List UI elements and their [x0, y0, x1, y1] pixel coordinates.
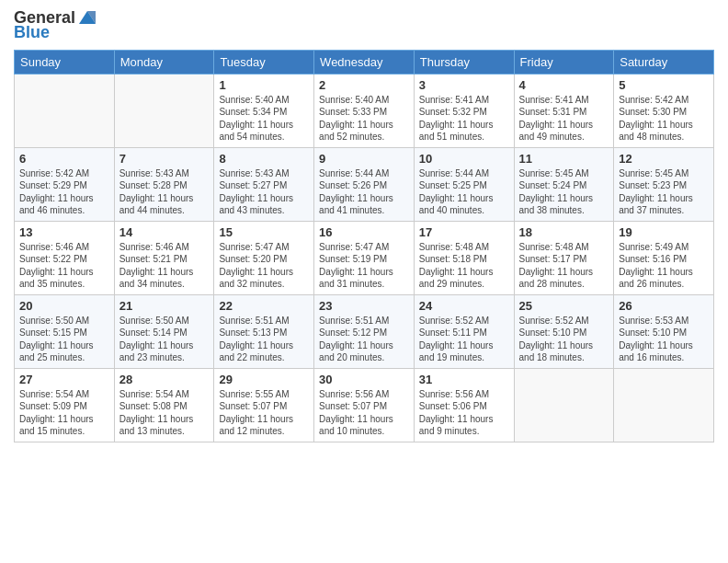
- day-info: Sunrise: 5:51 AMSunset: 5:12 PMDaylight:…: [319, 315, 409, 364]
- logo-icon: [77, 7, 97, 28]
- day-number: 13: [19, 225, 109, 239]
- day-info: Sunrise: 5:44 AMSunset: 5:26 PMDaylight:…: [319, 167, 409, 217]
- day-info: Sunrise: 5:48 AMSunset: 5:18 PMDaylight:…: [419, 241, 509, 291]
- day-number: 24: [419, 299, 509, 313]
- day-info: Sunrise: 5:48 AMSunset: 5:17 PMDaylight:…: [519, 241, 609, 291]
- day-info: Sunrise: 5:40 AMSunset: 5:33 PMDaylight:…: [319, 94, 409, 144]
- calendar-cell: 29Sunrise: 5:55 AMSunset: 5:07 PMDayligh…: [214, 368, 314, 442]
- header: General Blue: [14, 9, 714, 42]
- calendar-week-3: 13Sunrise: 5:46 AMSunset: 5:22 PMDayligh…: [15, 221, 714, 294]
- day-info: Sunrise: 5:42 AMSunset: 5:29 PMDaylight:…: [19, 167, 109, 217]
- day-info: Sunrise: 5:45 AMSunset: 5:24 PMDaylight:…: [519, 167, 609, 217]
- day-info: Sunrise: 5:41 AMSunset: 5:31 PMDaylight:…: [519, 94, 609, 144]
- calendar-week-5: 27Sunrise: 5:54 AMSunset: 5:09 PMDayligh…: [15, 368, 714, 442]
- day-info: Sunrise: 5:54 AMSunset: 5:08 PMDaylight:…: [119, 388, 210, 438]
- calendar-cell: 15Sunrise: 5:47 AMSunset: 5:20 PMDayligh…: [214, 221, 314, 294]
- day-number: 3: [419, 78, 509, 92]
- day-number: 4: [519, 78, 609, 92]
- calendar-cell: 23Sunrise: 5:51 AMSunset: 5:12 PMDayligh…: [314, 294, 415, 368]
- day-number: 28: [119, 373, 210, 386]
- calendar-cell: 3Sunrise: 5:41 AMSunset: 5:32 PMDaylight…: [414, 74, 514, 147]
- calendar-cell: 9Sunrise: 5:44 AMSunset: 5:26 PMDaylight…: [314, 147, 415, 221]
- day-info: Sunrise: 5:56 AMSunset: 5:07 PMDaylight:…: [319, 388, 409, 438]
- day-info: Sunrise: 5:47 AMSunset: 5:19 PMDaylight:…: [319, 241, 409, 291]
- calendar-week-2: 6Sunrise: 5:42 AMSunset: 5:29 PMDaylight…: [15, 147, 714, 221]
- weekday-header-wednesday: Wednesday: [314, 50, 415, 74]
- weekday-header-friday: Friday: [514, 50, 614, 74]
- calendar-cell: 6Sunrise: 5:42 AMSunset: 5:29 PMDaylight…: [15, 147, 115, 221]
- day-number: 23: [319, 299, 409, 313]
- calendar-header-row: SundayMondayTuesdayWednesdayThursdayFrid…: [15, 50, 714, 74]
- day-number: 5: [619, 78, 709, 92]
- weekday-header-tuesday: Tuesday: [214, 50, 314, 74]
- day-number: 22: [219, 299, 309, 313]
- day-number: 1: [219, 78, 309, 92]
- calendar-cell: 8Sunrise: 5:43 AMSunset: 5:27 PMDaylight…: [214, 147, 314, 221]
- logo-blue: Blue: [14, 24, 50, 42]
- day-info: Sunrise: 5:45 AMSunset: 5:23 PMDaylight:…: [619, 167, 709, 217]
- calendar-cell: [114, 74, 214, 147]
- day-info: Sunrise: 5:51 AMSunset: 5:13 PMDaylight:…: [219, 315, 309, 364]
- calendar-cell: [514, 368, 614, 442]
- day-number: 8: [219, 152, 309, 166]
- weekday-header-saturday: Saturday: [614, 50, 714, 74]
- calendar-cell: 17Sunrise: 5:48 AMSunset: 5:18 PMDayligh…: [414, 221, 514, 294]
- day-info: Sunrise: 5:42 AMSunset: 5:30 PMDaylight:…: [619, 94, 709, 144]
- calendar-cell: 18Sunrise: 5:48 AMSunset: 5:17 PMDayligh…: [514, 221, 614, 294]
- calendar-cell: 30Sunrise: 5:56 AMSunset: 5:07 PMDayligh…: [314, 368, 415, 442]
- calendar-cell: 13Sunrise: 5:46 AMSunset: 5:22 PMDayligh…: [15, 221, 115, 294]
- day-info: Sunrise: 5:54 AMSunset: 5:09 PMDaylight:…: [19, 388, 109, 438]
- day-number: 2: [319, 78, 409, 92]
- day-number: 25: [519, 299, 609, 313]
- weekday-header-monday: Monday: [114, 50, 214, 74]
- calendar-cell: 14Sunrise: 5:46 AMSunset: 5:21 PMDayligh…: [114, 221, 214, 294]
- day-info: Sunrise: 5:52 AMSunset: 5:10 PMDaylight:…: [519, 315, 609, 364]
- day-number: 29: [219, 373, 309, 386]
- day-info: Sunrise: 5:46 AMSunset: 5:22 PMDaylight:…: [19, 241, 109, 291]
- calendar-table: SundayMondayTuesdayWednesdayThursdayFrid…: [14, 50, 714, 442]
- calendar-cell: 19Sunrise: 5:49 AMSunset: 5:16 PMDayligh…: [614, 221, 714, 294]
- day-info: Sunrise: 5:46 AMSunset: 5:21 PMDaylight:…: [119, 241, 210, 291]
- calendar-cell: [15, 74, 115, 147]
- calendar-cell: 24Sunrise: 5:52 AMSunset: 5:11 PMDayligh…: [414, 294, 514, 368]
- day-number: 16: [319, 225, 409, 239]
- calendar-cell: 28Sunrise: 5:54 AMSunset: 5:08 PMDayligh…: [114, 368, 214, 442]
- logo: General Blue: [14, 9, 97, 42]
- day-info: Sunrise: 5:49 AMSunset: 5:16 PMDaylight:…: [619, 241, 709, 291]
- calendar-cell: 16Sunrise: 5:47 AMSunset: 5:19 PMDayligh…: [314, 221, 415, 294]
- calendar-cell: 1Sunrise: 5:40 AMSunset: 5:34 PMDaylight…: [214, 74, 314, 147]
- day-number: 31: [419, 373, 509, 386]
- calendar-cell: 12Sunrise: 5:45 AMSunset: 5:23 PMDayligh…: [614, 147, 714, 221]
- day-info: Sunrise: 5:50 AMSunset: 5:15 PMDaylight:…: [19, 315, 109, 364]
- calendar-cell: 26Sunrise: 5:53 AMSunset: 5:10 PMDayligh…: [614, 294, 714, 368]
- day-info: Sunrise: 5:41 AMSunset: 5:32 PMDaylight:…: [419, 94, 509, 144]
- day-info: Sunrise: 5:50 AMSunset: 5:14 PMDaylight:…: [119, 315, 210, 364]
- day-number: 6: [19, 152, 109, 166]
- calendar-cell: 22Sunrise: 5:51 AMSunset: 5:13 PMDayligh…: [214, 294, 314, 368]
- day-info: Sunrise: 5:44 AMSunset: 5:25 PMDaylight:…: [419, 167, 509, 217]
- day-number: 26: [619, 299, 709, 313]
- page: General Blue SundayMondayTuesdayWednesda…: [0, 0, 728, 563]
- day-info: Sunrise: 5:40 AMSunset: 5:34 PMDaylight:…: [219, 94, 309, 144]
- calendar-week-1: 1Sunrise: 5:40 AMSunset: 5:34 PMDaylight…: [15, 74, 714, 147]
- calendar-cell: 25Sunrise: 5:52 AMSunset: 5:10 PMDayligh…: [514, 294, 614, 368]
- day-info: Sunrise: 5:47 AMSunset: 5:20 PMDaylight:…: [219, 241, 309, 291]
- day-number: 21: [119, 299, 210, 313]
- calendar-week-4: 20Sunrise: 5:50 AMSunset: 5:15 PMDayligh…: [15, 294, 714, 368]
- day-info: Sunrise: 5:53 AMSunset: 5:10 PMDaylight:…: [619, 315, 709, 364]
- day-number: 7: [119, 152, 210, 166]
- calendar-cell: 21Sunrise: 5:50 AMSunset: 5:14 PMDayligh…: [114, 294, 214, 368]
- day-info: Sunrise: 5:56 AMSunset: 5:06 PMDaylight:…: [419, 388, 509, 438]
- calendar-cell: 4Sunrise: 5:41 AMSunset: 5:31 PMDaylight…: [514, 74, 614, 147]
- day-number: 9: [319, 152, 409, 166]
- calendar-cell: 5Sunrise: 5:42 AMSunset: 5:30 PMDaylight…: [614, 74, 714, 147]
- weekday-header-sunday: Sunday: [15, 50, 115, 74]
- calendar-cell: 31Sunrise: 5:56 AMSunset: 5:06 PMDayligh…: [414, 368, 514, 442]
- calendar-cell: 20Sunrise: 5:50 AMSunset: 5:15 PMDayligh…: [15, 294, 115, 368]
- day-number: 11: [519, 152, 609, 166]
- day-info: Sunrise: 5:43 AMSunset: 5:27 PMDaylight:…: [219, 167, 309, 217]
- day-number: 20: [19, 299, 109, 313]
- calendar-cell: 27Sunrise: 5:54 AMSunset: 5:09 PMDayligh…: [15, 368, 115, 442]
- day-number: 17: [419, 225, 509, 239]
- day-number: 14: [119, 225, 210, 239]
